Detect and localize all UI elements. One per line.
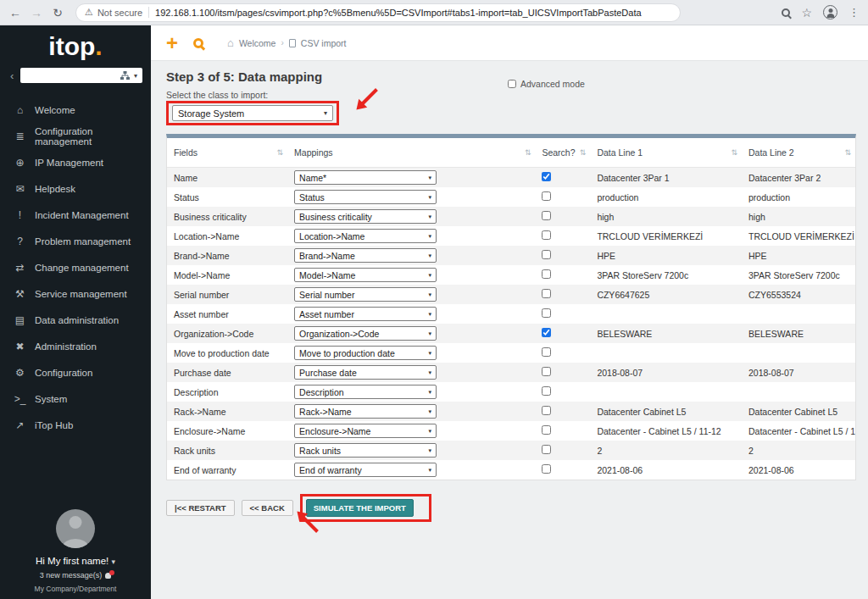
organization-selector[interactable]: ▾ <box>20 68 142 83</box>
mapping-select[interactable]: Serial number ▾ <box>294 287 437 302</box>
user-avatar[interactable] <box>56 509 95 548</box>
search-checkbox[interactable] <box>542 211 551 220</box>
mapping-select[interactable]: Enclosure->Name ▾ <box>294 424 437 438</box>
user-greeting[interactable]: Hi My first name! ▾ <box>0 556 151 566</box>
search-checkbox[interactable] <box>542 464 551 474</box>
sidebar-menu-item[interactable]: >_ System <box>0 385 151 412</box>
mapping-select[interactable]: End of warranty ▾ <box>294 463 437 477</box>
logo-dot: . <box>95 32 102 60</box>
table-row: Location->Name Location->Name ▾ TRCLOUD … <box>167 226 855 246</box>
sort-icon[interactable]: ⇅ <box>525 148 531 157</box>
refresh-icon[interactable]: ↻ <box>51 7 64 19</box>
search-checkbox[interactable] <box>542 250 551 259</box>
sidebar-menu-item[interactable]: ⊕ IP Management <box>0 149 151 175</box>
menu-item-icon: ? <box>14 236 26 247</box>
sidebar-collapse-icon[interactable]: ‹ <box>10 69 14 82</box>
sidebar-menu-item[interactable]: ≣ Configuration management <box>0 123 151 149</box>
chevron-down-icon: ▾ <box>429 350 432 357</box>
search-checkbox[interactable] <box>542 425 551 435</box>
search-checkbox[interactable] <box>542 445 551 454</box>
mapping-select[interactable]: Location->Name ▾ <box>294 229 437 243</box>
search-checkbox[interactable] <box>542 308 551 318</box>
data-line-2-cell <box>742 382 855 402</box>
restart-button[interactable]: |<< RESTART <box>166 500 235 516</box>
mapping-select-value: Brand->Name <box>299 251 355 261</box>
data-line-2-cell <box>742 304 855 324</box>
messages-notice[interactable]: 3 new message(s) <box>40 571 112 580</box>
data-line-1-cell: TRCLOUD VERİMERKEZİ <box>590 226 742 246</box>
mapping-table-panel: Fields ⇅ Mappings ⇅ Search? <box>166 134 856 480</box>
search-checkbox[interactable] <box>542 347 551 357</box>
mapping-select[interactable]: Move to production date ▾ <box>294 346 437 360</box>
sidebar: itop. ‹ ▾ ⌂ Welcome <box>0 25 151 599</box>
search-checkbox[interactable] <box>542 191 551 201</box>
sidebar-menu-item[interactable]: ⚒ Service management <box>0 280 151 307</box>
mapping-select[interactable]: Purchase date ▾ <box>294 365 437 380</box>
mapping-select-value: Rack units <box>299 446 341 456</box>
mapping-select[interactable]: Name* ▾ <box>294 170 437 185</box>
column-header-label: Search? <box>542 147 575 158</box>
new-object-icon[interactable]: + <box>166 33 178 53</box>
sidebar-menu-item[interactable]: ? Problem management <box>0 228 151 254</box>
chevron-down-icon: ▾ <box>111 557 115 566</box>
forward-icon[interactable]: → <box>30 7 43 19</box>
back-button[interactable]: << BACK <box>242 500 293 516</box>
sidebar-menu-item[interactable]: ▤ Data administration <box>0 307 151 333</box>
sidebar-menu-item[interactable]: ✉ Helpdesk <box>0 175 151 202</box>
breadcrumb-csv-import[interactable]: CSV import <box>301 38 347 48</box>
back-icon[interactable]: ← <box>8 7 22 19</box>
data-line-1-cell: BELESWARE <box>590 324 742 343</box>
search-checkbox[interactable] <box>542 289 551 298</box>
mapping-select[interactable]: Rack units ▾ <box>294 443 437 458</box>
advanced-mode-checkbox[interactable] <box>508 80 516 88</box>
search-checkbox[interactable] <box>542 386 551 396</box>
search-checkbox[interactable] <box>542 230 551 240</box>
mapping-select-value: Rack->Name <box>299 407 352 417</box>
search-checkbox[interactable] <box>542 367 551 376</box>
sidebar-menu-item[interactable]: ⌂ Welcome <box>0 97 151 123</box>
field-name-cell: Move to production date <box>167 343 287 363</box>
search-checkbox[interactable] <box>542 328 551 337</box>
menu-item-label: Helpdesk <box>35 184 75 194</box>
mapping-select[interactable]: Rack->Name ▾ <box>294 404 437 419</box>
search-checkbox[interactable] <box>542 269 551 279</box>
sort-icon[interactable]: ⇅ <box>844 148 851 157</box>
sidebar-menu-item[interactable]: ⇄ Change management <box>0 254 151 280</box>
browser-menu-icon[interactable]: ⋮ <box>849 6 860 19</box>
address-bar[interactable]: ⚠ Not secure 192.168.1.100/itsm/pages/cs… <box>75 3 681 22</box>
column-header: Fields ⇅ <box>167 138 287 168</box>
breadcrumb-welcome[interactable]: Welcome <box>239 38 276 48</box>
field-name-cell: Status <box>167 187 287 207</box>
search-icon[interactable] <box>193 38 203 48</box>
zoom-icon[interactable] <box>782 8 790 17</box>
search-checkbox[interactable] <box>542 406 551 415</box>
menu-item-icon: ! <box>14 209 26 221</box>
sort-icon[interactable]: ⇅ <box>731 148 737 157</box>
security-chip[interactable]: ⚠ Not secure <box>85 7 142 18</box>
sidebar-menu-item[interactable]: ↗ iTop Hub <box>0 412 151 438</box>
mapping-select[interactable]: Description ▾ <box>294 385 437 399</box>
data-line-2-cell: 3PAR StoreServ 7200c <box>742 265 855 285</box>
mapping-select[interactable]: Status ▾ <box>294 190 437 204</box>
mapping-select[interactable]: Business criticality ▾ <box>294 209 437 224</box>
profile-avatar-icon[interactable] <box>823 5 837 19</box>
data-line-2-cell: 2021-08-06 <box>742 460 855 480</box>
mapping-select[interactable]: Model->Name ▾ <box>294 268 437 282</box>
sort-icon[interactable]: ⇅ <box>277 148 284 157</box>
simulate-import-button[interactable]: SIMULATE THE IMPORT <box>306 499 414 517</box>
search-checkbox[interactable] <box>542 172 551 181</box>
mapping-select[interactable]: Organization->Code ▾ <box>294 326 437 341</box>
itop-logo[interactable]: itop. <box>0 25 151 63</box>
sort-icon[interactable]: ⇅ <box>580 148 587 157</box>
mapping-select[interactable]: Brand->Name ▾ <box>294 248 437 263</box>
bookmark-star-icon[interactable]: ☆ <box>801 7 812 19</box>
sidebar-menu-item[interactable]: ✖ Administration <box>0 333 151 359</box>
chevron-down-icon: ▾ <box>324 109 327 117</box>
sidebar-menu-item[interactable]: ! Incident Management <box>0 202 151 228</box>
home-icon: ⌂ <box>227 36 234 49</box>
class-select[interactable]: Storage System ▾ <box>172 105 333 121</box>
mapping-select[interactable]: Asset number ▾ <box>294 307 437 321</box>
sidebar-menu-item[interactable]: ⚙ Configuration <box>0 359 151 385</box>
menu-item-icon: ⚙ <box>14 367 26 379</box>
table-row: Name Name* ▾ Datacenter 3Par 1 Datacent <box>167 168 855 188</box>
